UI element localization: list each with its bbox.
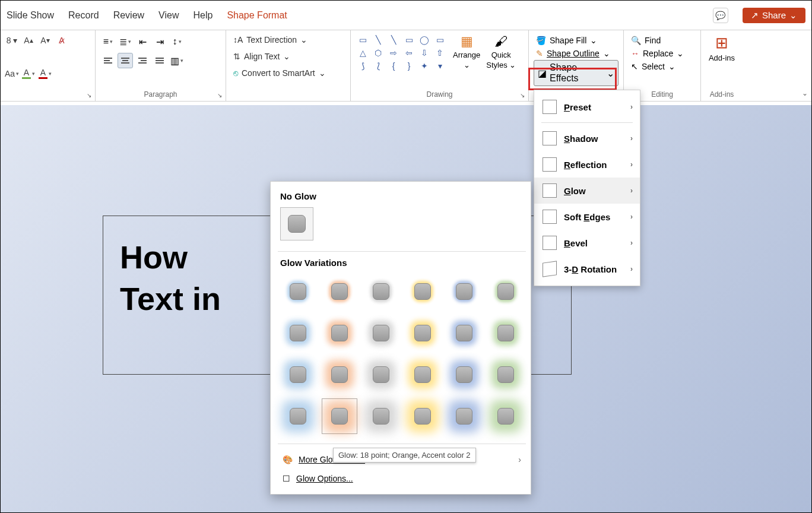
font-group: 8 ▾ A▴ A▾ A̷ Aa A A ↘: [1, 30, 96, 101]
addins-group: ⊞ Add-ins Add-ins: [701, 30, 743, 101]
align-text-icon: ⇅: [233, 52, 240, 61]
glow-swatch[interactable]: [405, 274, 440, 309]
font-color-button[interactable]: A: [39, 67, 52, 80]
clear-format-icon[interactable]: A̷: [55, 34, 68, 47]
shapes-gallery[interactable]: ▭╲╲▭◯▭ △⬡⇨⇦⇩⇧ ⟆⟅{}✦▾: [356, 34, 447, 72]
shape-effects-button[interactable]: ◪Shape Effects ⌄: [534, 60, 618, 86]
glow-swatch[interactable]: [405, 398, 440, 434]
text-direction-icon: ↕A: [233, 35, 243, 45]
effects-shadow[interactable]: Shadow›: [534, 125, 640, 151]
decrease-font-icon[interactable]: A▾: [39, 34, 52, 47]
align-center-button[interactable]: [118, 53, 133, 68]
addins-button[interactable]: ⊞ Add-ins: [709, 34, 735, 62]
checkbox-icon: ☐: [283, 474, 290, 483]
glow-swatch[interactable]: [446, 398, 482, 434]
glow-swatch[interactable]: [363, 398, 399, 434]
text-direction-button[interactable]: ↕AText Direction ⌄: [231, 34, 345, 46]
effects-icon: ◪: [538, 68, 547, 79]
glow-swatch[interactable]: [322, 357, 357, 392]
glow-swatch[interactable]: [446, 274, 482, 309]
glow-tooltip: Glow: 18 point; Orange, Accent color 2: [333, 448, 476, 463]
share-icon: ↗: [751, 10, 759, 21]
font-dialog-launcher[interactable]: ↘: [87, 92, 91, 99]
share-button[interactable]: ↗Share⌄: [743, 8, 805, 23]
tab-view[interactable]: View: [158, 10, 179, 21]
glow-swatch[interactable]: [363, 315, 399, 351]
change-case-button[interactable]: Aa: [5, 67, 18, 80]
font-size-field[interactable]: 8 ▾: [5, 34, 18, 47]
glow-swatch[interactable]: [280, 274, 316, 309]
pen-icon: ✎: [536, 49, 543, 58]
numbering-button[interactable]: ≣: [118, 34, 133, 49]
glow-swatch[interactable]: [405, 357, 440, 392]
glow-options[interactable]: ☐Glow Options...: [280, 469, 524, 488]
effects-reflection[interactable]: Reflection›: [534, 151, 640, 178]
tab-review[interactable]: Review: [113, 10, 144, 21]
ribbon: 8 ▾ A▴ A▾ A̷ Aa A A ↘ ≡ ≣ ⇤ ⇥ ↕: [1, 30, 811, 102]
glow-swatch[interactable]: [280, 315, 316, 351]
arrange-button[interactable]: ▦ Arrange⌄: [453, 34, 480, 69]
shape-fill-button[interactable]: 🪣Shape Fill ⌄: [534, 34, 618, 47]
glow-swatch[interactable]: [488, 274, 524, 309]
bullets-button[interactable]: ≡: [100, 34, 116, 49]
glow-swatch[interactable]: [488, 398, 524, 434]
tab-record[interactable]: Record: [68, 10, 99, 21]
effects-glow[interactable]: Glow›: [534, 178, 640, 204]
paragraph-label: Paragraph: [100, 90, 221, 100]
addins-icon: ⊞: [715, 34, 728, 52]
palette-icon: 🎨: [283, 455, 293, 464]
smartart-icon: ⎋: [233, 68, 238, 78]
glow-swatch[interactable]: [488, 357, 524, 392]
justify-button[interactable]: [152, 53, 167, 68]
cursor-icon: ↖: [631, 62, 638, 71]
glow-swatch[interactable]: [363, 274, 399, 309]
comments-button[interactable]: 💬: [713, 8, 728, 23]
columns-button[interactable]: ▥: [169, 53, 185, 68]
effects-bevel[interactable]: Bevel›: [534, 230, 640, 256]
no-glow-heading: No Glow: [280, 191, 524, 201]
decrease-indent-button[interactable]: ⇤: [135, 34, 150, 49]
select-button[interactable]: ↖Select ⌄: [629, 60, 696, 73]
align-right-button[interactable]: [135, 53, 150, 68]
no-glow-swatch[interactable]: [280, 207, 313, 240]
glow-swatch[interactable]: [363, 357, 399, 392]
tab-slideshow[interactable]: Slide Show: [7, 10, 54, 21]
tab-strip: Slide Show Record Review View Help Shape…: [1, 1, 811, 30]
align-text-button[interactable]: ⇅Align Text ⌄: [231, 50, 345, 62]
align-left-button[interactable]: [100, 53, 116, 68]
line-spacing-button[interactable]: ↕: [169, 34, 185, 49]
collapse-ribbon-icon[interactable]: ⌄: [802, 89, 808, 97]
tab-shape-format[interactable]: Shape Format: [227, 10, 287, 21]
convert-smartart-button[interactable]: ⎋Convert to SmartArt ⌄: [231, 67, 345, 79]
glow-swatch[interactable]: [280, 398, 316, 434]
comment-icon: 💬: [715, 11, 725, 20]
replace-icon: ↔: [631, 49, 639, 58]
glow-swatch[interactable]: [322, 274, 357, 309]
paragraph-dialog-launcher[interactable]: ↘: [217, 92, 222, 99]
glow-swatch[interactable]: [446, 315, 482, 351]
increase-indent-button[interactable]: ⇥: [152, 34, 167, 49]
replace-button[interactable]: ↔Replace ⌄: [629, 47, 696, 60]
arrange-icon: ▦: [461, 34, 473, 49]
find-button[interactable]: 🔍Find: [629, 34, 696, 47]
glow-swatch[interactable]: [322, 315, 357, 351]
shape-outline-button[interactable]: ✎Shape Outline ⌄: [534, 47, 618, 60]
effects-preset[interactable]: Preset›: [534, 94, 640, 120]
paragraph-group: ≡ ≣ ⇤ ⇥ ↕ ▥ Paragraph ↘: [96, 30, 226, 101]
glow-swatch[interactable]: [488, 315, 524, 351]
search-icon: 🔍: [631, 36, 641, 45]
glow-swatch[interactable]: [322, 398, 357, 434]
increase-font-icon[interactable]: A▴: [22, 34, 35, 47]
bucket-icon: 🪣: [536, 36, 546, 45]
effects-3d-rotation[interactable]: 3-D Rotation›: [534, 256, 640, 282]
quick-styles-button[interactable]: 🖌 Quick Styles ⌄: [486, 34, 516, 69]
tab-help[interactable]: Help: [193, 10, 212, 21]
highlight-button[interactable]: A: [22, 67, 35, 80]
drawing-dialog-launcher[interactable]: ↘: [520, 92, 525, 99]
glow-swatch[interactable]: [280, 357, 316, 392]
effects-soft-edges[interactable]: Soft Edges›: [534, 204, 640, 230]
glow-swatch[interactable]: [446, 357, 482, 392]
addins-label: Add-ins: [710, 90, 734, 100]
glow-swatch[interactable]: [405, 315, 440, 351]
drawing-label: Drawing: [356, 90, 524, 100]
